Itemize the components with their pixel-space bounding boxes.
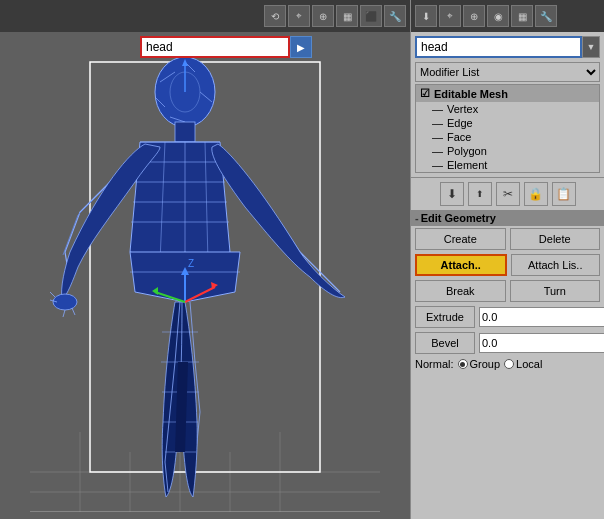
right-name-input[interactable] — [415, 36, 582, 58]
section-minus-icon: - — [415, 212, 419, 224]
checkbox-icon[interactable]: ☑ — [420, 87, 430, 100]
break-button[interactable]: Break — [415, 280, 506, 302]
mesh-item-vertex[interactable]: — Vertex — [416, 102, 599, 116]
attach-row: Attach.. Attach Lis.. — [411, 252, 604, 278]
editable-mesh-header: ☑ Editable Mesh — [416, 85, 599, 102]
svg-line-26 — [50, 292, 55, 297]
svg-line-29 — [72, 308, 75, 315]
edit-geometry-section: - Edit Geometry Create Delete Attach.. A… — [411, 210, 604, 519]
edge-label: Edge — [447, 117, 473, 129]
vertex-label: Vertex — [447, 103, 478, 115]
viewport-name-confirm-btn[interactable]: ▶ — [290, 36, 312, 58]
mesh-item-edge[interactable]: — Edge — [416, 116, 599, 130]
toolbar-rotate-btn[interactable]: ⟲ — [264, 5, 286, 27]
break-turn-row: Break Turn — [411, 278, 604, 304]
create-button[interactable]: Create — [415, 228, 506, 250]
right-name-dropdown-btn[interactable]: ▼ — [582, 36, 600, 58]
normal-row: Normal: Group Local — [411, 356, 604, 372]
turn-button[interactable]: Turn — [510, 280, 601, 302]
mesh-item-polygon[interactable]: — Polygon — [416, 144, 599, 158]
toolbar-tools-btn[interactable]: 🔧 — [384, 5, 406, 27]
normal-group-option[interactable]: Group — [458, 358, 501, 370]
element-label: Element — [447, 159, 487, 171]
toolbar-zoom-btn[interactable]: ⊕ — [312, 5, 334, 27]
right-toolbar-btn-3[interactable]: ⊕ — [463, 5, 485, 27]
attach-button[interactable]: Attach.. — [415, 254, 507, 276]
bevel-input[interactable] — [479, 333, 604, 353]
face-label: Face — [447, 131, 471, 143]
sub-btn-cut[interactable]: ✂ — [496, 182, 520, 206]
sub-btn-copy[interactable]: 📋 — [552, 182, 576, 206]
viewport-name-input[interactable] — [140, 36, 290, 58]
editable-mesh-section: ☑ Editable Mesh — Vertex — Edge — Face —… — [415, 84, 600, 173]
right-panel: ⬇ ⌖ ⊕ ◉ ▦ 🔧 ▼ Modifier List ☑ Editable M… — [410, 0, 604, 519]
viewport: ⟲ ⌖ ⊕ ▦ ⬛ 🔧 ▶ — [0, 0, 410, 519]
svg-rect-16 — [175, 122, 195, 142]
extrude-row: Extrude ▲ ▼ — [411, 304, 604, 330]
normal-group-label: Group — [470, 358, 501, 370]
edge-dash: — — [432, 117, 443, 129]
right-name-field-container: ▼ — [411, 32, 604, 62]
normal-group-radio[interactable] — [458, 359, 468, 369]
vertex-dash: — — [432, 103, 443, 115]
right-toolbar-btn-5[interactable]: ▦ — [511, 5, 533, 27]
sub-btn-lock[interactable]: 🔒 — [524, 182, 548, 206]
normal-local-label: Local — [516, 358, 542, 370]
element-dash: — — [432, 159, 443, 171]
toolbar-render-btn[interactable]: ⬛ — [360, 5, 382, 27]
bevel-button[interactable]: Bevel — [415, 332, 475, 354]
mesh-item-element[interactable]: — Element — [416, 158, 599, 172]
modifier-list-select[interactable]: Modifier List — [415, 62, 600, 82]
extrude-input[interactable] — [479, 307, 604, 327]
figure-area: Z — [0, 32, 410, 519]
normal-local-radio[interactable] — [504, 359, 514, 369]
3d-figure: Z — [30, 52, 380, 512]
right-toolbar-btn-4[interactable]: ◉ — [487, 5, 509, 27]
delete-button[interactable]: Delete — [510, 228, 601, 250]
name-field-container: ▶ — [140, 36, 312, 58]
svg-text:Z: Z — [188, 258, 194, 269]
right-toolbar-btn-6[interactable]: 🔧 — [535, 5, 557, 27]
viewport-toolbar: ⟲ ⌖ ⊕ ▦ ⬛ 🔧 — [0, 0, 410, 32]
bevel-row: Bevel ▲ ▼ — [411, 330, 604, 356]
attach-list-button[interactable]: Attach Lis.. — [511, 254, 601, 276]
svg-line-28 — [63, 310, 65, 317]
polygon-dash: — — [432, 145, 443, 157]
edit-geometry-header: - Edit Geometry — [411, 210, 604, 226]
sub-btn-move-up[interactable]: ⬆ — [468, 182, 492, 206]
normal-label: Normal: — [415, 358, 454, 370]
right-toolbar-btn-2[interactable]: ⌖ — [439, 5, 461, 27]
sub-toolbar: ⬇ ⬆ ✂ 🔒 📋 — [411, 177, 604, 210]
create-delete-row: Create Delete — [411, 226, 604, 252]
toolbar-grid-btn[interactable]: ▦ — [336, 5, 358, 27]
mesh-item-face[interactable]: — Face — [416, 130, 599, 144]
extrude-button[interactable]: Extrude — [415, 306, 475, 328]
normal-local-option[interactable]: Local — [504, 358, 542, 370]
sub-btn-move-down[interactable]: ⬇ — [440, 182, 464, 206]
face-dash: — — [432, 131, 443, 143]
toolbar-select-btn[interactable]: ⌖ — [288, 5, 310, 27]
right-panel-toolbar: ⬇ ⌖ ⊕ ◉ ▦ 🔧 — [411, 0, 604, 32]
modifier-list-container: Modifier List — [411, 62, 604, 84]
edit-geometry-title: Edit Geometry — [421, 212, 496, 224]
right-toolbar-btn-1[interactable]: ⬇ — [415, 5, 437, 27]
polygon-label: Polygon — [447, 145, 487, 157]
editable-mesh-label: Editable Mesh — [434, 88, 508, 100]
